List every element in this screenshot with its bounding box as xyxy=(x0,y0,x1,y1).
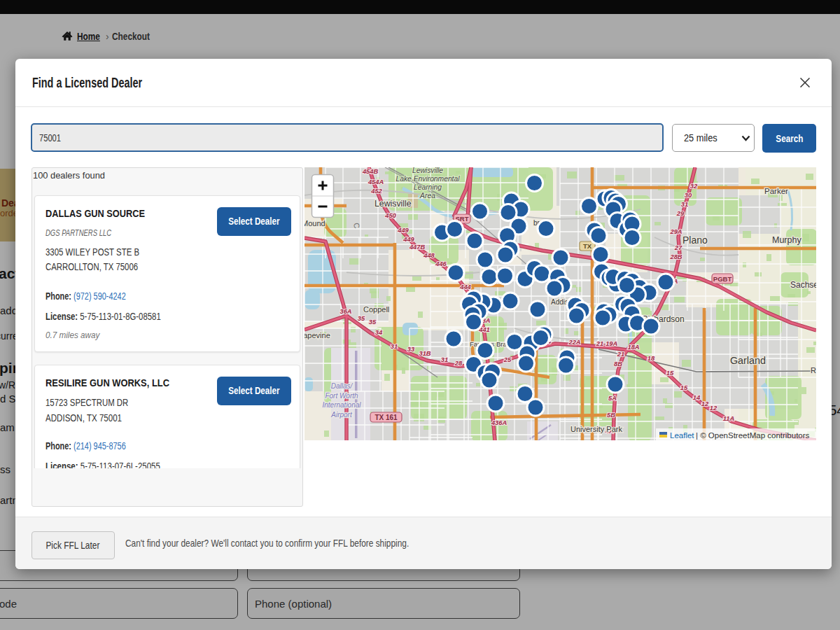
svg-text:31: 31 xyxy=(681,201,688,208)
svg-text:446: 446 xyxy=(435,260,447,267)
svg-text:Lewisville: Lewisville xyxy=(374,199,412,209)
svg-text:448: 448 xyxy=(423,252,435,259)
svg-text:28B: 28B xyxy=(669,253,682,260)
svg-text:454B: 454B xyxy=(362,168,379,175)
svg-text:Grapevine: Grapevine xyxy=(304,331,330,340)
svg-text:447B: 447B xyxy=(409,244,426,251)
svg-text:12: 12 xyxy=(701,400,709,407)
svg-text:Lewisville: Lewisville xyxy=(412,167,443,174)
svg-text:30: 30 xyxy=(685,192,692,199)
svg-text:12: 12 xyxy=(710,405,718,412)
svg-text:14: 14 xyxy=(693,394,701,401)
svg-text:Garland: Garland xyxy=(730,355,766,366)
svg-text:15: 15 xyxy=(680,384,688,391)
svg-text:Area: Area xyxy=(419,192,435,200)
svg-text:32: 32 xyxy=(690,183,698,190)
svg-text:28: 28 xyxy=(454,360,463,367)
svg-text:35: 35 xyxy=(369,318,377,326)
svg-text:31: 31 xyxy=(441,356,448,363)
svg-text:Learning: Learning xyxy=(414,183,442,191)
svg-text:5B: 5B xyxy=(607,412,615,419)
svg-text:Plano: Plano xyxy=(682,234,708,246)
svg-text:Fort Worth: Fort Worth xyxy=(325,391,358,399)
svg-text:449: 449 xyxy=(397,227,409,234)
svg-text:University Park: University Park xyxy=(570,425,622,433)
svg-text:34: 34 xyxy=(375,329,383,336)
svg-text:31B: 31B xyxy=(419,350,430,357)
svg-text:TX: TX xyxy=(583,242,592,250)
svg-text:444: 444 xyxy=(459,284,471,290)
svg-text:436A: 436A xyxy=(491,419,507,426)
svg-text:PGBT: PGBT xyxy=(713,274,732,282)
svg-text:454A: 454A xyxy=(368,178,384,186)
svg-text:452: 452 xyxy=(370,188,382,195)
svg-text:International: International xyxy=(322,401,361,409)
svg-text:22A: 22A xyxy=(568,339,580,346)
svg-text:Coppell: Coppell xyxy=(363,305,389,314)
svg-text:Lake Environmental: Lake Environmental xyxy=(396,175,460,183)
svg-text:29A: 29A xyxy=(669,228,682,235)
svg-text:5A: 5A xyxy=(608,395,617,402)
svg-text:25: 25 xyxy=(503,356,512,363)
svg-text:| © OpenStreetMap contributors: | © OpenStreetMap contributors xyxy=(696,431,810,440)
svg-text:Dallas/: Dallas/ xyxy=(331,382,354,390)
svg-text:Sachse: Sachse xyxy=(790,280,816,290)
svg-text:21-19A: 21-19A xyxy=(596,340,618,347)
svg-text:450: 450 xyxy=(384,212,396,219)
svg-text:18: 18 xyxy=(648,355,655,362)
svg-text:Mound: Mound xyxy=(304,219,326,227)
svg-text:TX 161: TX 161 xyxy=(374,413,398,421)
svg-text:Airport: Airport xyxy=(330,410,353,418)
svg-text:449: 449 xyxy=(402,236,414,243)
svg-text:8B: 8B xyxy=(614,360,622,368)
svg-text:21: 21 xyxy=(617,351,624,358)
svg-text:29: 29 xyxy=(676,210,685,217)
svg-text:35: 35 xyxy=(358,315,365,322)
svg-text:Murphy: Murphy xyxy=(772,235,802,245)
svg-text:31: 31 xyxy=(391,343,398,350)
svg-text:33: 33 xyxy=(407,346,415,353)
svg-text:Parker: Parker xyxy=(764,187,788,195)
svg-text:Leaflet: Leaflet xyxy=(670,431,694,440)
svg-text:36A: 36A xyxy=(340,308,351,315)
svg-text:11A: 11A xyxy=(723,415,735,422)
svg-text:Ro: Ro xyxy=(811,366,816,374)
svg-text:18A: 18A xyxy=(627,344,639,351)
svg-text:15: 15 xyxy=(666,370,674,377)
svg-text:27: 27 xyxy=(674,244,682,251)
